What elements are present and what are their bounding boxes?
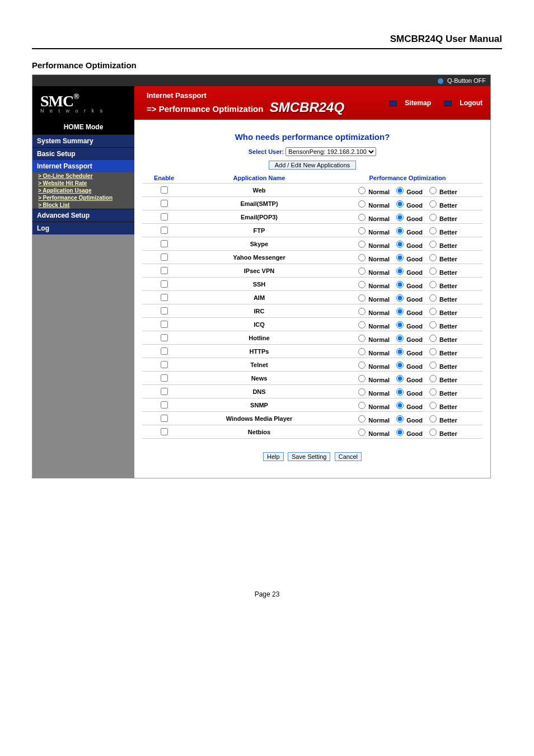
table-row: SkypeNormal Good Better <box>142 237 483 251</box>
enable-checkbox[interactable] <box>161 374 168 382</box>
opt-better-radio[interactable] <box>429 214 437 221</box>
enable-checkbox[interactable] <box>161 334 168 341</box>
opt-better-radio[interactable] <box>429 241 437 248</box>
opt-good-radio[interactable] <box>396 308 404 315</box>
opt-better-radio[interactable] <box>429 321 437 328</box>
opt-normal-radio[interactable] <box>358 214 366 221</box>
opt-better-radio[interactable] <box>429 187 437 194</box>
opt-better-radio[interactable] <box>429 388 437 396</box>
nav-sub-online-scheduler[interactable]: > On-Line Scheduler <box>32 172 134 180</box>
enable-checkbox[interactable] <box>161 428 168 435</box>
opt-good-radio[interactable] <box>396 321 404 328</box>
page-number: Page 23 <box>32 590 502 598</box>
save-setting-button[interactable]: Save Setting <box>288 452 330 461</box>
nav-system-summary[interactable]: System Summary <box>32 134 134 147</box>
opt-better-radio[interactable] <box>429 375 437 382</box>
cancel-button[interactable]: Cancel <box>335 452 362 461</box>
opt-normal-radio[interactable] <box>358 375 366 382</box>
opt-good-radio[interactable] <box>396 200 404 208</box>
opt-good-radio[interactable] <box>396 335 404 342</box>
nav-sub-block-list[interactable]: > Block List <box>32 201 134 209</box>
nav-basic-setup[interactable]: Basic Setup <box>32 147 134 160</box>
opt-normal-radio[interactable] <box>358 429 366 436</box>
enable-checkbox[interactable] <box>161 388 168 395</box>
opt-better-radio[interactable] <box>429 267 437 275</box>
enable-checkbox[interactable] <box>161 240 168 247</box>
help-button[interactable]: Help <box>263 452 284 461</box>
opt-good-radio[interactable] <box>396 281 404 288</box>
opt-normal-radio[interactable] <box>358 321 366 328</box>
enable-checkbox[interactable] <box>161 213 168 220</box>
opt-normal-radio[interactable] <box>358 200 366 208</box>
opt-normal-radio[interactable] <box>358 281 366 288</box>
enable-checkbox[interactable] <box>161 253 168 261</box>
opt-better-radio[interactable] <box>429 308 437 315</box>
opt-good-radio[interactable] <box>396 267 404 275</box>
opt-normal-radio[interactable] <box>358 241 366 248</box>
app-name-cell: SNMP <box>186 398 332 412</box>
nav-sub-performance-optimization[interactable]: > Performance Optimization <box>32 194 134 201</box>
opt-good-radio[interactable] <box>396 361 404 369</box>
enable-checkbox[interactable] <box>161 361 168 368</box>
opt-normal-label: Normal <box>368 189 390 195</box>
opt-good-radio[interactable] <box>396 415 404 422</box>
enable-checkbox[interactable] <box>161 401 168 408</box>
opt-better-radio[interactable] <box>429 200 437 208</box>
opt-normal-label: Normal <box>368 229 390 236</box>
opt-better-radio[interactable] <box>429 402 437 409</box>
opt-normal-radio[interactable] <box>358 227 366 234</box>
opt-normal-radio[interactable] <box>358 361 366 369</box>
opt-good-radio[interactable] <box>396 375 404 382</box>
opt-good-radio[interactable] <box>396 402 404 409</box>
enable-checkbox[interactable] <box>161 200 168 207</box>
nav-sub-website-hit-rate[interactable]: > Website Hit Rate <box>32 180 134 187</box>
opt-better-radio[interactable] <box>429 415 437 422</box>
enable-checkbox[interactable] <box>161 280 168 288</box>
opt-good-radio[interactable] <box>396 429 404 436</box>
opt-good-radio[interactable] <box>396 227 404 234</box>
opt-normal-radio[interactable] <box>358 294 366 302</box>
opt-normal-radio[interactable] <box>358 254 366 261</box>
enable-checkbox[interactable] <box>161 186 168 194</box>
opt-normal-radio[interactable] <box>358 187 366 194</box>
opt-normal-radio[interactable] <box>358 348 366 355</box>
nav-advanced-setup[interactable]: Advanced Setup <box>32 209 134 222</box>
opt-better-radio[interactable] <box>429 361 437 369</box>
add-edit-applications-button[interactable]: Add / Edit New Applications <box>269 161 357 170</box>
sitemap-link[interactable]: Sitemap <box>383 99 431 107</box>
opt-normal-radio[interactable] <box>358 388 366 396</box>
opt-normal-radio[interactable] <box>358 308 366 315</box>
opt-good-radio[interactable] <box>396 187 404 194</box>
nav-sub-application-usage[interactable]: > Application Usage <box>32 187 134 194</box>
enable-checkbox[interactable] <box>161 307 168 314</box>
opt-better-radio[interactable] <box>429 348 437 355</box>
enable-checkbox[interactable] <box>161 321 168 328</box>
opt-normal-radio[interactable] <box>358 415 366 422</box>
opt-better-radio[interactable] <box>429 294 437 302</box>
enable-checkbox[interactable] <box>161 267 168 274</box>
opt-better-radio[interactable] <box>429 335 437 342</box>
opt-good-radio[interactable] <box>396 388 404 396</box>
enable-checkbox[interactable] <box>161 348 168 355</box>
opt-better-radio[interactable] <box>429 281 437 288</box>
opt-good-radio[interactable] <box>396 214 404 221</box>
logout-link[interactable]: Logout <box>438 99 483 107</box>
opt-better-radio[interactable] <box>429 254 437 261</box>
q-button-icon[interactable] <box>438 78 443 84</box>
nav-internet-passport[interactable]: Internet Passport <box>32 160 134 172</box>
nav-home-mode[interactable]: HOME Mode <box>32 120 134 134</box>
opt-normal-radio[interactable] <box>358 402 366 409</box>
opt-better-radio[interactable] <box>429 227 437 234</box>
enable-checkbox[interactable] <box>161 294 168 301</box>
opt-good-radio[interactable] <box>396 241 404 248</box>
enable-checkbox[interactable] <box>161 227 168 234</box>
enable-checkbox[interactable] <box>161 415 168 422</box>
nav-log[interactable]: Log <box>32 222 134 234</box>
opt-normal-radio[interactable] <box>358 267 366 275</box>
opt-normal-radio[interactable] <box>358 335 366 342</box>
opt-good-radio[interactable] <box>396 294 404 302</box>
select-user-dropdown[interactable]: BensonPeng: 192.168.2.100 <box>285 147 376 156</box>
opt-good-radio[interactable] <box>396 348 404 355</box>
opt-good-radio[interactable] <box>396 254 404 261</box>
opt-better-radio[interactable] <box>429 429 437 436</box>
